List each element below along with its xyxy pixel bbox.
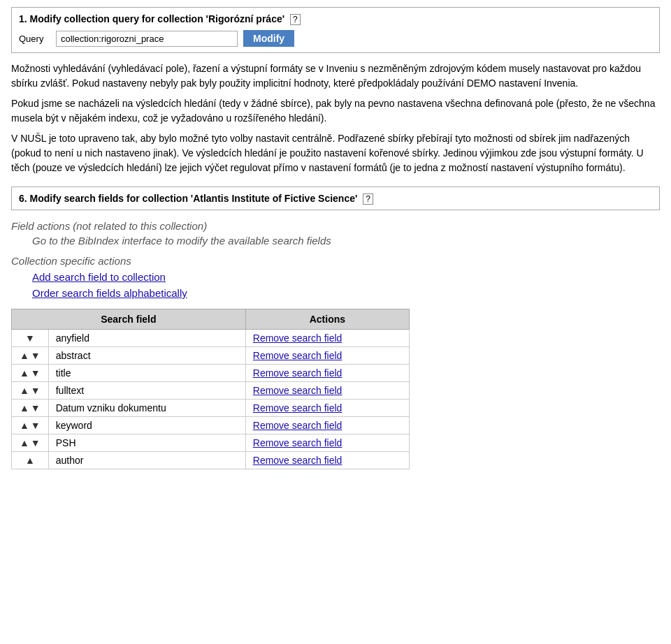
move-up-button[interactable]: ▲ (19, 386, 30, 395)
modify-button[interactable]: Modify (243, 30, 294, 47)
search-fields-table: Search field Actions ▼anyfieldRemove sea… (11, 309, 410, 469)
field-actions-section: Field actions (not related to this colle… (11, 220, 660, 247)
action-cell: Remove search field (245, 417, 409, 434)
remove-search-field-link[interactable]: Remove search field (253, 402, 342, 414)
table-row: ▲▼Datum vzniku dokumentuRemove search fi… (12, 400, 410, 417)
remove-search-field-link[interactable]: Remove search field (253, 332, 342, 344)
add-search-field-link[interactable]: Add search field to collection (32, 271, 660, 283)
collection-actions-title: Collection specific actions (11, 255, 660, 267)
table-row: ▲▼fulltextRemove search field (12, 382, 410, 400)
move-down-button[interactable]: ▼ (30, 386, 41, 395)
move-up-button[interactable]: ▲ (19, 420, 30, 430)
remove-search-field-link[interactable]: Remove search field (253, 437, 342, 448)
action-cell: Remove search field (245, 452, 409, 469)
table-row: ▲authorRemove search field (12, 452, 410, 469)
table-row: ▲▼PSHRemove search field (12, 434, 410, 452)
action-cell: Remove search field (245, 382, 409, 400)
move-up-button[interactable]: ▲ (19, 403, 30, 413)
field-name: title (48, 365, 245, 382)
field-name: fulltext (48, 382, 245, 400)
remove-search-field-link[interactable]: Remove search field (253, 367, 342, 379)
table-row: ▲▼abstractRemove search field (12, 347, 410, 365)
section1-help-link[interactable]: ? (290, 14, 301, 25)
remove-search-field-link[interactable]: Remove search field (253, 385, 342, 396)
remove-search-field-link[interactable]: Remove search field (253, 420, 342, 431)
field-actions-title: Field actions (not related to this colle… (11, 220, 660, 232)
action-cell: Remove search field (245, 365, 409, 382)
field-name: author (48, 452, 245, 469)
col-header-search-field: Search field (12, 309, 246, 330)
field-name: Datum vzniku dokumentu (48, 400, 245, 417)
move-up-button[interactable]: ▲ (24, 455, 36, 465)
section6-help-link[interactable]: ? (363, 193, 373, 205)
description-para1: Možnosti vyhledávání (vyhledávací pole),… (11, 61, 660, 91)
move-down-button[interactable]: ▼ (30, 368, 41, 378)
action-cell: Remove search field (245, 330, 409, 347)
move-down-button[interactable]: ▼ (30, 438, 41, 448)
action-cell: Remove search field (245, 434, 409, 452)
query-label: Query (19, 34, 50, 44)
remove-search-field-link[interactable]: Remove search field (253, 455, 342, 466)
description-para2: Pokud jsme se nacházeli na výsledcích hl… (11, 96, 660, 126)
table-row: ▲▼titleRemove search field (12, 365, 410, 382)
action-cell: Remove search field (245, 400, 409, 417)
field-name: abstract (48, 347, 245, 365)
section6-title: 6. Modify search fields for collection '… (19, 193, 357, 204)
section6-box: 6. Modify search fields for collection '… (11, 186, 660, 210)
field-actions-sub: Go to the BibIndex interface to modify t… (32, 235, 660, 247)
move-down-button[interactable]: ▼ (30, 351, 41, 360)
field-name: keyword (48, 417, 245, 434)
table-row: ▲▼keywordRemove search field (12, 417, 410, 434)
query-row: Query Modify (19, 30, 652, 47)
move-down-button[interactable]: ▼ (30, 403, 41, 413)
order-alphabetically-link[interactable]: Order search fields alphabetically (32, 287, 660, 299)
table-row: ▼anyfieldRemove search field (12, 330, 410, 347)
move-up-button[interactable]: ▲ (19, 351, 30, 360)
col-header-actions: Actions (245, 309, 409, 330)
field-name: PSH (48, 434, 245, 452)
move-down-button[interactable]: ▼ (30, 420, 41, 430)
section1-title: 1. Modify collection query for collectio… (19, 13, 284, 24)
move-down-button[interactable]: ▼ (24, 333, 36, 343)
action-cell: Remove search field (245, 347, 409, 365)
query-input[interactable] (56, 31, 238, 47)
section1-box: 1. Modify collection query for collectio… (11, 7, 660, 53)
description-para3: V NUŠL je toto upraveno tak, aby bylo mo… (11, 131, 660, 175)
remove-search-field-link[interactable]: Remove search field (253, 350, 342, 361)
move-up-button[interactable]: ▲ (19, 368, 30, 378)
description-block: Možnosti vyhledávání (vyhledávací pole),… (11, 61, 660, 175)
move-up-button[interactable]: ▲ (19, 438, 30, 448)
field-name: anyfield (48, 330, 245, 347)
collection-actions-section: Collection specific actions Add search f… (11, 255, 660, 299)
